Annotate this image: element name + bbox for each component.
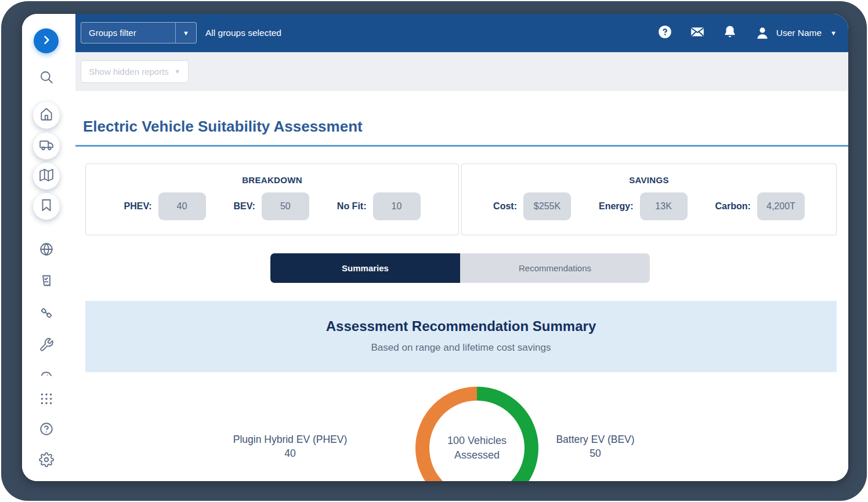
stat-bev: BEV: 50: [234, 192, 309, 220]
breakdown-title: BREAKDOWN: [86, 175, 458, 185]
search-icon: [39, 70, 54, 87]
notifications-button[interactable]: [721, 24, 739, 42]
groups-filter-caret[interactable]: ▼: [175, 23, 196, 43]
page-content: Electric Vehicle Suitability Assessment …: [75, 91, 848, 481]
donut-center-line1: 100 Vehicles: [447, 434, 507, 448]
stat-label: No Fit:: [337, 201, 367, 212]
stat-label: Cost:: [493, 201, 517, 212]
bookmark-icon: [39, 198, 54, 215]
sidebar-item-vehicles[interactable]: [33, 133, 60, 159]
chart-label-bev: Battery EV (BEV) 50: [514, 433, 677, 460]
chart-label-phev-value: 40: [209, 447, 371, 461]
chart-label-phev-text: Plugin Hybrid EV (PHEV): [209, 433, 371, 447]
stat-value: 4,200T: [757, 192, 805, 220]
summary-subtitle: Based on range and lifetime cost savings: [85, 342, 837, 354]
sidebar-item-bookmarks[interactable]: [33, 193, 60, 220]
chevron-down-icon[interactable]: ▼: [830, 30, 837, 37]
sidebar-item-home[interactable]: [33, 102, 60, 129]
user-menu[interactable]: User Name ▼: [754, 24, 837, 42]
stat-no-fit: No Fit: 10: [337, 192, 421, 220]
top-bar: Groups filter ▼ All groups selected: [75, 14, 848, 52]
summary-tabs: Summaries Recommendations: [270, 253, 650, 283]
stat-value: $255K: [523, 192, 571, 220]
user-name-label: User Name: [776, 28, 822, 38]
stat-phev: PHEV: 40: [124, 192, 205, 220]
stat-value: 50: [262, 192, 309, 220]
report-checklist-icon: [39, 274, 54, 291]
stat-value: 10: [373, 192, 421, 220]
show-hidden-reports-label: Show hidden reports: [89, 67, 169, 77]
mail-icon: [690, 24, 705, 42]
chevron-down-icon: ▼: [175, 68, 180, 75]
summary-banner: Assessment Recommendation Summary Based …: [85, 301, 837, 372]
stat-label: Carbon:: [715, 201, 751, 212]
topbar-actions: User Name ▼: [656, 14, 837, 52]
summary-title: Assessment Recommendation Summary: [85, 318, 837, 334]
donut-center-line2: Assessed: [454, 448, 500, 463]
page-title: Electric Vehicle Suitability Assessment: [83, 118, 363, 136]
tab-summaries[interactable]: Summaries: [270, 253, 460, 283]
sidebar-item-apps[interactable]: [33, 387, 60, 413]
help-circle-icon: [39, 421, 54, 439]
sidebar-expand-button[interactable]: [34, 28, 59, 53]
globe-icon: [39, 242, 54, 259]
app-frame: Groups filter ▼ All groups selected: [1, 1, 867, 501]
chart-label-bev-value: 50: [514, 447, 677, 461]
stat-value: 13K: [640, 192, 688, 220]
truck-icon: [39, 137, 54, 155]
help-icon: [657, 24, 672, 42]
show-hidden-reports-button[interactable]: Show hidden reports ▼: [81, 60, 189, 83]
sidebar-item-settings[interactable]: [33, 448, 60, 474]
groups-status-text: All groups selected: [205, 14, 281, 52]
sidebar-item-maintenance[interactable]: [33, 333, 60, 359]
savings-title: SAVINGS: [462, 175, 836, 185]
stat-label: BEV:: [234, 201, 255, 212]
donut-center: 100 Vehicles Assessed: [429, 401, 525, 481]
sidebar-item-globe[interactable]: [33, 237, 60, 264]
stat-label: PHEV:: [124, 201, 151, 212]
sidebar: [22, 14, 75, 481]
main-area: Groups filter ▼ All groups selected: [75, 14, 848, 481]
sidebar-item-connections[interactable]: [33, 301, 60, 328]
title-divider: [73, 145, 848, 147]
stat-label: Energy:: [599, 201, 634, 212]
stat-energy: Energy: 13K: [599, 192, 688, 220]
savings-panel: SAVINGS Cost: $255K Energy: 13K Carbon: …: [461, 163, 837, 235]
stat-carbon: Carbon: 4,200T: [715, 192, 805, 220]
savings-items: Cost: $255K Energy: 13K Carbon: 4,200T: [462, 192, 836, 220]
app-window: Groups filter ▼ All groups selected: [22, 14, 848, 481]
gear-icon: [39, 452, 54, 470]
help-button[interactable]: [656, 24, 674, 42]
map-icon: [39, 168, 54, 185]
chart-area: Plugin Hybrid EV (PHEV) 40 100 Vehicles …: [85, 372, 837, 481]
user-icon: [754, 24, 771, 42]
sub-header: Show hidden reports ▼: [75, 52, 848, 91]
stat-cost: Cost: $255K: [493, 192, 571, 220]
sidebar-item-help[interactable]: [33, 417, 60, 443]
chart-label-phev: Plugin Hybrid EV (PHEV) 40: [209, 433, 371, 460]
messages-button[interactable]: [689, 24, 706, 42]
cable-icon: [39, 305, 54, 323]
tab-recommendations[interactable]: Recommendations: [460, 253, 650, 283]
breakdown-panel: BREAKDOWN PHEV: 40 BEV: 50 No Fit: 10: [85, 163, 459, 235]
apps-grid-icon: [39, 391, 54, 409]
groups-filter-label: Groups filter: [81, 23, 175, 43]
car-partial-icon: [39, 365, 54, 383]
home-icon: [39, 107, 54, 124]
breakdown-items: PHEV: 40 BEV: 50 No Fit: 10: [86, 192, 458, 220]
wrench-icon: [39, 337, 54, 355]
sidebar-item-map[interactable]: [33, 163, 60, 190]
stat-value: 40: [158, 192, 206, 220]
chart-label-bev-text: Battery EV (BEV): [514, 433, 677, 447]
chevron-right-icon: [41, 34, 52, 48]
sidebar-item-ev-car[interactable]: [33, 361, 60, 387]
groups-filter-button[interactable]: Groups filter ▼: [81, 22, 197, 43]
sidebar-item-reports[interactable]: [33, 269, 60, 296]
sidebar-item-search[interactable]: [33, 65, 60, 92]
bell-icon: [722, 24, 737, 42]
